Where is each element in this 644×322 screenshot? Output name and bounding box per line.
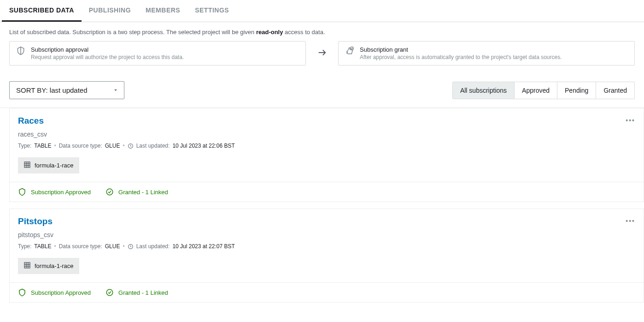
status-granted-label: Granted - 1 Linked (118, 289, 168, 296)
flow-grant-desc: After approval, access is automatically … (360, 54, 562, 60)
meta-updated-value: 10 Jul 2023 at 22:06 BST (172, 143, 234, 149)
status-approved-label: Subscription Approved (31, 189, 91, 196)
status-approved-label: Subscription Approved (31, 289, 91, 296)
meta-source-value: GLUE (105, 243, 120, 250)
status-granted: Granted - 1 Linked (105, 288, 168, 297)
item-meta: Type:TABLE • Data source type:GLUE • Las… (18, 143, 635, 149)
svg-point-6 (106, 289, 113, 296)
more-actions-button[interactable]: ••• (626, 117, 635, 124)
svg-point-3 (106, 189, 113, 195)
tab-subscribed-data[interactable]: SUBSCRIBED DATA (2, 0, 82, 22)
sort-select[interactable]: SORT BY: last updated (9, 81, 124, 99)
status-granted: Granted - 1 Linked (105, 188, 168, 196)
subscription-item: ••• Pitstops pitstops_csv Type:TABLE • D… (9, 209, 644, 303)
meta-updated-label: Last updated: (136, 243, 170, 250)
process-flow: Subscription approval Request approval w… (0, 41, 644, 73)
intro-text: List of subscribed data. Subscription is… (0, 22, 644, 41)
filter-approved[interactable]: Approved (514, 82, 557, 99)
meta-source-label: Data source type: (59, 243, 102, 250)
subscription-item: ••• Races races_csv Type:TABLE • Data so… (9, 108, 644, 202)
filter-segment: All subscriptions Approved Pending Grant… (452, 82, 635, 99)
flow-approval: Subscription approval Request approval w… (9, 41, 306, 66)
meta-source-label: Data source type: (59, 143, 102, 149)
status-approved: Subscription Approved (18, 188, 91, 196)
intro-prefix: List of subscribed data. Subscription is… (9, 29, 256, 36)
item-subtitle: pitstops_csv (18, 231, 635, 239)
subscription-list: ••• Races races_csv Type:TABLE • Data so… (0, 108, 644, 303)
meta-type-label: Type: (18, 143, 31, 149)
svg-rect-2 (24, 162, 30, 167)
status-row: Subscription Approved Granted - 1 Linked (10, 282, 644, 302)
domain-tag[interactable]: formula-1-race (18, 258, 79, 274)
toolbar: SORT BY: last updated All subscriptions … (0, 73, 644, 108)
item-title-link[interactable]: Pitstops (18, 216, 635, 227)
status-approved: Subscription Approved (18, 288, 91, 297)
item-title-link[interactable]: Races (18, 116, 635, 126)
status-granted-label: Granted - 1 Linked (118, 189, 168, 196)
grid-icon (23, 161, 31, 170)
domain-tag[interactable]: formula-1-race (18, 157, 79, 173)
thumbs-up-check-icon (345, 46, 354, 57)
grid-icon (23, 262, 31, 270)
domain-tag-label: formula-1-race (35, 262, 74, 269)
clock-icon (128, 143, 134, 149)
meta-updated-value: 10 Jul 2023 at 22:07 BST (172, 243, 234, 250)
tab-settings[interactable]: SETTINGS (187, 0, 236, 22)
caret-down-icon (113, 86, 118, 94)
flow-approval-desc: Request approval will authorize the proj… (31, 54, 184, 60)
intro-suffix: access to data. (283, 29, 325, 36)
svg-rect-5 (24, 262, 30, 268)
status-row: Subscription Approved Granted - 1 Linked (10, 182, 644, 202)
tab-members[interactable]: MEMBERS (138, 0, 187, 22)
meta-type-value: TABLE (34, 143, 51, 149)
clock-icon (128, 244, 134, 250)
intro-strong: read-only (256, 29, 283, 36)
item-meta: Type:TABLE • Data source type:GLUE • Las… (18, 243, 635, 250)
tab-bar: SUBSCRIBED DATA PUBLISHING MEMBERS SETTI… (0, 0, 644, 22)
meta-source-value: GLUE (105, 143, 120, 149)
meta-type-value: TABLE (34, 243, 51, 250)
flow-approval-title: Subscription approval (31, 46, 184, 53)
flow-grant: Subscription grant After approval, acces… (338, 41, 635, 66)
shield-icon (16, 46, 25, 57)
item-subtitle: races_csv (18, 131, 635, 138)
sort-label: SORT BY: last updated (16, 86, 88, 94)
flow-grant-title: Subscription grant (360, 46, 562, 53)
meta-type-label: Type: (18, 243, 31, 250)
arrow-right-icon (317, 48, 327, 59)
filter-pending[interactable]: Pending (557, 82, 596, 99)
more-actions-button[interactable]: ••• (626, 217, 635, 225)
domain-tag-label: formula-1-race (35, 162, 74, 169)
meta-updated-label: Last updated: (136, 143, 170, 149)
filter-all[interactable]: All subscriptions (453, 82, 514, 99)
tab-publishing[interactable]: PUBLISHING (82, 0, 138, 22)
filter-granted[interactable]: Granted (596, 82, 634, 99)
